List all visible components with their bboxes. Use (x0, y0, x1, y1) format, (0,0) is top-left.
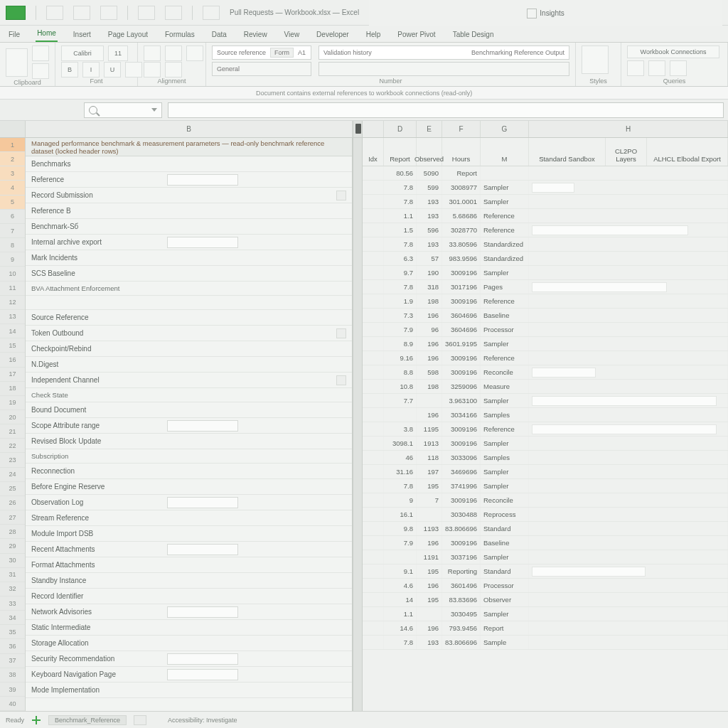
table-row[interactable]: 9.161963009196Reference (363, 351, 728, 365)
col-header-d[interactable]: D (384, 121, 417, 137)
row-header[interactable]: 31 (0, 568, 25, 582)
row-header[interactable]: 2 (0, 152, 25, 166)
table-row[interactable]: 7.85993008977Sampler (363, 181, 728, 195)
value-field[interactable] (167, 420, 238, 432)
table-row[interactable]: 7.9963604696Processor (363, 323, 728, 337)
tab-data[interactable]: Data (210, 28, 228, 42)
table-row[interactable]: 1.11935.68686Reference (363, 209, 728, 223)
qat-redo-icon[interactable] (100, 6, 117, 20)
row-header[interactable]: 16 (0, 353, 25, 367)
row-header[interactable]: 24 (0, 468, 25, 482)
list-item[interactable]: Reference (26, 172, 352, 188)
value-field[interactable] (167, 237, 238, 248)
list-item[interactable]: Mark Incidents (26, 250, 352, 266)
formula-bar[interactable] (168, 102, 724, 118)
properties-icon[interactable] (648, 60, 665, 76)
italic-icon[interactable]: I (82, 62, 100, 77)
row-header[interactable]: 40 (0, 697, 25, 711)
list-item[interactable]: Record Identifier (26, 589, 352, 604)
refresh-icon[interactable] (627, 60, 644, 76)
bold-icon[interactable]: B (61, 62, 78, 77)
secondary-long-box[interactable] (318, 62, 569, 76)
col-header-g[interactable]: G (481, 121, 529, 137)
row-header[interactable]: 18 (0, 382, 25, 396)
table-row[interactable]: 1963034166Samples (363, 408, 728, 422)
row-header[interactable]: 1 (0, 138, 25, 152)
font-size[interactable]: 11 (108, 46, 128, 61)
row-header[interactable]: 28 (0, 525, 25, 539)
tab-help[interactable]: Help (365, 28, 382, 42)
cut-icon[interactable] (32, 46, 49, 61)
qat-touch-icon[interactable] (138, 6, 155, 20)
underline-icon[interactable]: U (104, 62, 121, 77)
row-header[interactable]: 15 (0, 338, 25, 353)
list-item[interactable]: Bound Document (26, 402, 352, 418)
table-row[interactable]: 31.161973469696Sampler (363, 465, 728, 479)
row-header[interactable]: 3 (0, 166, 25, 181)
row-header[interactable]: 26 (0, 496, 25, 510)
row-header[interactable]: 35 (0, 625, 25, 639)
table-row[interactable]: 9.8119383.806696Standard (363, 522, 728, 536)
tab-formulas[interactable]: Formulas (164, 28, 196, 42)
expand-icon[interactable] (336, 191, 346, 200)
table-row[interactable]: 7.81953741996Sampler (363, 479, 728, 493)
row-header[interactable]: 33 (0, 596, 25, 611)
row-header[interactable]: 25 (0, 482, 25, 496)
table-row[interactable]: 973009196Reconcile (363, 493, 728, 508)
font-name[interactable]: Calibri (61, 46, 104, 61)
tab-file[interactable]: File (7, 28, 21, 42)
row-header[interactable]: 11 (0, 282, 25, 296)
tab-page-layout[interactable]: Page Layout (107, 28, 149, 42)
col-header-e[interactable]: E (417, 121, 442, 137)
tab-table-design[interactable]: Table Design (451, 28, 496, 42)
list-item[interactable]: Benchmark-Sб (26, 219, 352, 235)
table-row[interactable]: 7.73.963100Sampler (363, 394, 728, 408)
row-header[interactable]: 17 (0, 368, 25, 382)
app-icon[interactable] (6, 6, 26, 20)
row-header[interactable]: 22 (0, 439, 25, 453)
row-header[interactable]: 13 (0, 310, 25, 324)
copy-icon[interactable] (32, 63, 49, 79)
table-row[interactable]: 1.91983009196Reference (363, 294, 728, 309)
row-header[interactable]: 9 (0, 252, 25, 267)
table-row[interactable]: 16.13030488Reprocess (363, 508, 728, 522)
col-header-f[interactable]: F (442, 121, 481, 137)
qat-save-icon[interactable] (46, 6, 63, 20)
styles-button[interactable] (582, 46, 609, 74)
tab-review[interactable]: Review (242, 28, 269, 42)
row-header[interactable]: 30 (0, 554, 25, 568)
edit-links-icon[interactable] (670, 60, 687, 76)
list-item[interactable]: Record Submission (26, 188, 352, 203)
list-item[interactable]: Module Import DSB (26, 526, 352, 542)
table-row[interactable]: 9.1195ReportingStandard (363, 564, 728, 579)
list-item[interactable]: Observation Log (26, 495, 352, 510)
row-header[interactable]: 4 (0, 181, 25, 195)
expand-icon[interactable] (336, 375, 346, 385)
new-sheet-icon[interactable] (31, 715, 41, 725)
tab-view[interactable]: View (283, 28, 301, 42)
list-item[interactable]: SCS Baseline (26, 266, 352, 282)
qat-undo-icon[interactable] (73, 6, 90, 20)
expand-icon[interactable] (336, 328, 346, 338)
select-all-corner[interactable] (0, 121, 26, 137)
table-row[interactable]: 14.6196793.9456Report (363, 621, 728, 636)
row-header[interactable]: 34 (0, 611, 25, 625)
row-header[interactable]: 23 (0, 453, 25, 467)
col-header-h[interactable]: H (529, 121, 728, 137)
table-row[interactable]: 80.565090Report (363, 166, 728, 181)
table-row[interactable]: 8.85983009196Reconcile (363, 365, 728, 380)
row-header[interactable]: 6 (0, 210, 25, 224)
table-row[interactable]: 9.71903009196Sampler (363, 266, 728, 280)
list-item[interactable]: Independent Channel (26, 373, 352, 388)
align-center-icon[interactable] (165, 46, 182, 61)
row-header[interactable]: 36 (0, 639, 25, 653)
list-item[interactable]: Reference B (26, 203, 352, 219)
row-header[interactable]: 12 (0, 296, 25, 310)
table-row[interactable]: 10.81983259096Measure (363, 380, 728, 394)
table-row[interactable]: 7.819383.806696Sample (363, 636, 728, 650)
table-row[interactable]: 7.91963009196Baseline (363, 536, 728, 550)
row-header[interactable]: 8 (0, 238, 25, 252)
list-item[interactable]: Stream Reference (26, 510, 352, 526)
table-row[interactable]: 7.83183017196Pages (363, 280, 728, 294)
qat-print-icon[interactable] (165, 6, 182, 20)
